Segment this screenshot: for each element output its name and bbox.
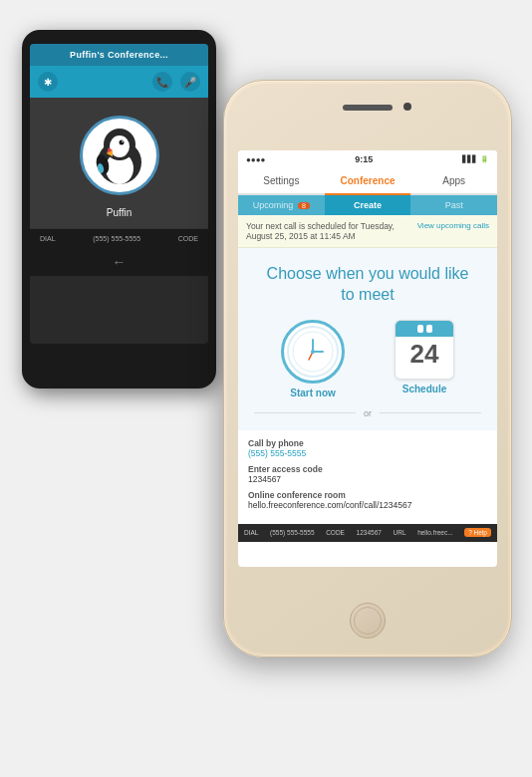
sub-tab-upcoming[interactable]: Upcoming 8: [238, 195, 325, 215]
avatar-label: Puffin: [107, 207, 132, 218]
action-row: Start now 24 Schedule: [256, 320, 479, 398]
iphone-camera: [403, 103, 411, 111]
call-by-phone-label: Call by phone: [248, 438, 487, 448]
android-nav-bar: ←: [30, 248, 208, 276]
bottom-code-value: 1234567: [357, 529, 382, 536]
iphone-screen: ●●●● 9:15 ▋▋▋ 🔋 Settings Conference Apps…: [238, 150, 497, 567]
svg-point-16: [311, 350, 315, 354]
online-room-section: Online conference room hello.freeconfere…: [248, 490, 487, 510]
main-content: Choose when you would like to meet: [238, 248, 497, 430]
call-info: Call by phone (555) 555-5555 Enter acces…: [238, 430, 497, 524]
or-line-right: [380, 412, 481, 413]
iphone-carrier: ●●●●: [246, 155, 265, 164]
svg-point-6: [122, 140, 124, 142]
view-upcoming-link[interactable]: View upcoming calls: [417, 221, 489, 230]
calendar-number: 24: [410, 339, 439, 370]
android-status-bar: Puffin's Conference...: [30, 44, 208, 66]
android-content: Puffin: [30, 98, 208, 228]
bottom-code-label: CODE: [326, 529, 345, 536]
android-code-label: CODE: [178, 235, 198, 242]
schedule-label: Schedule: [402, 384, 446, 394]
signal-icon: ▋▋▋: [462, 155, 477, 163]
calendar-header: [396, 321, 453, 337]
next-call-banner: Your next call is scheduled for Tuesday,…: [238, 215, 497, 248]
battery-icon: 🔋: [480, 155, 489, 163]
calendar-icon: 24: [395, 320, 454, 380]
tab-bar: Settings Conference Apps: [238, 168, 497, 195]
online-room-url[interactable]: hello.freeconference.com/conf/call/12345…: [248, 500, 487, 510]
calendar-dots: [417, 325, 432, 333]
call-phone-number[interactable]: (555) 555-5555: [248, 448, 487, 458]
cal-dot-right: [426, 325, 432, 333]
tab-apps[interactable]: Apps: [410, 168, 497, 195]
iphone-home-button[interactable]: [350, 603, 386, 639]
choose-heading: Choose when you would like to meet: [246, 264, 489, 306]
cal-dot-left: [417, 325, 423, 333]
phone-icon[interactable]: 📞: [152, 72, 172, 92]
bottom-phone-number: (555) 555-5555: [270, 529, 314, 536]
tab-conference[interactable]: Conference: [325, 168, 411, 195]
android-toolbar: ✱ 📞 🎤: [30, 66, 208, 98]
iphone-time: 9:15: [355, 154, 373, 164]
schedule-button[interactable]: 24 Schedule: [395, 320, 454, 398]
or-text: or: [364, 408, 372, 418]
avatar: [80, 116, 159, 195]
tab-settings[interactable]: Settings: [238, 168, 325, 195]
access-code-value: 1234567: [248, 474, 487, 484]
android-phone: Puffin's Conference... ✱ 📞 🎤: [22, 30, 216, 388]
sub-tab-past[interactable]: Past: [410, 195, 497, 215]
online-room-label: Online conference room: [248, 490, 487, 500]
iphone: ●●●● 9:15 ▋▋▋ 🔋 Settings Conference Apps…: [223, 80, 512, 657]
android-dial-bar: DIAL (555) 555-5555 CODE: [30, 228, 208, 248]
clock-inner: [287, 326, 339, 378]
asterisk-icon[interactable]: ✱: [38, 72, 58, 92]
next-call-text: Your next call is scheduled for Tuesday,…: [246, 221, 413, 241]
clock-face: [291, 330, 335, 374]
puffin-bird-icon: [85, 121, 154, 190]
or-line-left: [254, 412, 356, 413]
start-now-label: Start now: [290, 388, 336, 398]
iphone-bottom-bar: DIAL (555) 555-5555 CODE 1234567 URL hel…: [238, 524, 497, 542]
bottom-dial-label: DIAL: [244, 529, 258, 536]
access-code-section: Enter access code 1234567: [248, 464, 487, 484]
android-back-button[interactable]: ←: [113, 254, 127, 270]
help-button[interactable]: ? Help: [464, 528, 491, 537]
iphone-status-bar: ●●●● 9:15 ▋▋▋ 🔋: [238, 150, 497, 168]
access-code-label: Enter access code: [248, 464, 487, 474]
iphone-status-icons: ▋▋▋ 🔋: [462, 155, 489, 163]
iphone-speaker: [343, 105, 393, 111]
iphone-home-inner: [354, 607, 382, 635]
android-phone-number: (555) 555-5555: [93, 235, 140, 242]
bottom-url-label: URL: [394, 529, 406, 536]
android-toolbar-icons: 📞 🎤: [152, 72, 200, 92]
sub-tab-bar: Upcoming 8 Create Past: [238, 195, 497, 215]
sub-tab-create[interactable]: Create: [325, 195, 411, 215]
or-divider: or: [254, 408, 481, 418]
start-now-button[interactable]: Start now: [281, 320, 345, 398]
mic-icon[interactable]: 🎤: [180, 72, 200, 92]
svg-point-5: [119, 140, 124, 145]
bottom-url-value: hello.freec...: [417, 529, 452, 536]
android-dial-label: DIAL: [40, 235, 56, 242]
upcoming-badge: 8: [298, 202, 310, 209]
android-status-title: Puffin's Conference...: [70, 50, 168, 60]
call-by-phone-section: Call by phone (555) 555-5555: [248, 438, 487, 458]
clock-icon: [281, 320, 345, 384]
android-screen: Puffin's Conference... ✱ 📞 🎤: [30, 44, 208, 344]
